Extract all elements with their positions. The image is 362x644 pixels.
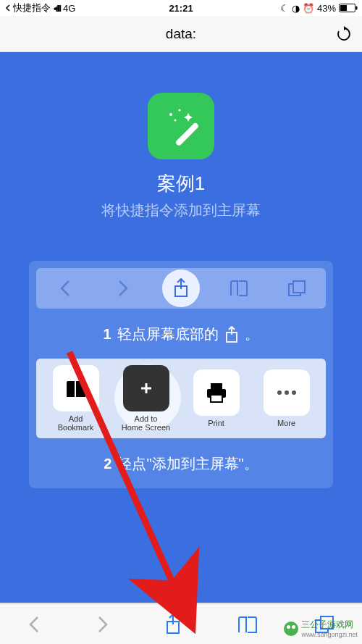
status-right: ☾ ◑ ⏰ 43%	[280, 3, 358, 14]
watermark: 三公子游戏网 www.sangongzi.net	[284, 619, 358, 638]
back-to-app[interactable]: 快捷指令	[4, 1, 51, 14]
magic-wand-icon	[159, 104, 203, 148]
sheet-label-home: Add to Home Screen	[122, 414, 170, 432]
illustration-safari-toolbar	[36, 268, 326, 309]
dnd-icon: ◑	[292, 3, 300, 14]
sheet-item-print: Print	[185, 369, 248, 427]
step-2-text: 2 轻点"添加到主屏幕"。	[104, 454, 258, 474]
illustration-share-sheet: Add Bookmark Add to Home Screen Print Mo…	[36, 359, 326, 438]
add-bookmark-icon	[53, 365, 99, 411]
toolbar-back-button[interactable]	[28, 614, 41, 635]
svg-point-15	[277, 390, 282, 395]
shortcut-app-icon	[148, 93, 214, 159]
chevron-right-icon	[96, 614, 109, 635]
share-icon-highlighted	[162, 269, 200, 307]
svg-rect-1	[340, 5, 347, 11]
more-icon	[264, 369, 310, 416]
reload-icon	[336, 26, 352, 42]
svg-point-4	[169, 113, 172, 116]
print-icon	[193, 369, 240, 416]
add-home-icon	[123, 365, 169, 411]
signal-icon	[54, 3, 60, 14]
url-text: data:	[166, 26, 196, 42]
step-2-number: 2	[104, 456, 111, 472]
moon-icon: ☾	[280, 3, 289, 14]
toolbar-forward-button[interactable]	[96, 614, 109, 635]
share-icon	[224, 326, 239, 343]
sheet-item-more: More	[255, 369, 319, 427]
reload-button[interactable]	[336, 26, 352, 42]
step-1-before: 轻点屏幕底部的	[117, 325, 219, 344]
chevron-left-icon	[28, 614, 41, 635]
alarm-icon: ⏰	[303, 3, 314, 14]
battery-icon	[339, 4, 358, 12]
shortcut-title: 案例1	[157, 171, 205, 196]
battery-pct: 43%	[317, 3, 336, 14]
sheet-item-home: Add to Home Screen	[114, 365, 178, 432]
chevron-left-icon	[4, 4, 12, 12]
svg-rect-2	[356, 7, 358, 10]
status-bar: 快捷指令 4G 21:21 ☾ ◑ ⏰ 43%	[0, 0, 362, 16]
bookmarks-icon	[220, 269, 258, 307]
sheet-item-bookmark: Add Bookmark	[44, 365, 108, 432]
watermark-text: 三公子游戏网	[301, 619, 358, 631]
svg-rect-3	[175, 122, 200, 146]
watermark-url: www.sangongzi.net	[301, 631, 358, 638]
step-2-label: 轻点"添加到主屏幕"。	[117, 454, 258, 474]
svg-point-17	[292, 390, 296, 395]
step-1-after: 。	[245, 325, 259, 344]
forward-icon	[104, 269, 142, 307]
svg-rect-9	[293, 281, 305, 293]
toolbar-share-button[interactable]	[164, 614, 182, 635]
bookmarks-icon	[237, 615, 258, 634]
watermark-logo-icon	[284, 622, 298, 636]
toolbar-bookmarks-button[interactable]	[237, 615, 258, 634]
share-icon	[164, 614, 182, 635]
sheet-label-bookmark: Add Bookmark	[58, 414, 94, 432]
svg-point-6	[174, 120, 177, 122]
step-1-text: 1 轻点屏幕底部的 。	[103, 325, 258, 344]
shortcut-subtitle: 将快捷指令添加到主屏幕	[101, 201, 261, 220]
url-bar[interactable]: data:	[0, 16, 362, 52]
instruction-card: 1 轻点屏幕底部的 。 Add Bookmark Add to Home Scr…	[29, 261, 333, 488]
status-time: 21:21	[169, 3, 193, 14]
back-icon	[46, 269, 84, 307]
network-label: 4G	[63, 3, 75, 14]
svg-point-16	[285, 390, 289, 395]
sheet-label-print: Print	[208, 419, 224, 427]
step-1-number: 1	[103, 326, 111, 343]
svg-rect-12	[211, 383, 222, 389]
page-content: 案例1 将快捷指令添加到主屏幕 1 轻点屏幕底部的	[0, 52, 362, 603]
svg-rect-14	[211, 395, 222, 402]
svg-point-5	[179, 109, 181, 112]
sheet-label-more: More	[277, 419, 295, 427]
tabs-icon	[278, 269, 316, 307]
status-left: 快捷指令 4G	[4, 1, 75, 14]
